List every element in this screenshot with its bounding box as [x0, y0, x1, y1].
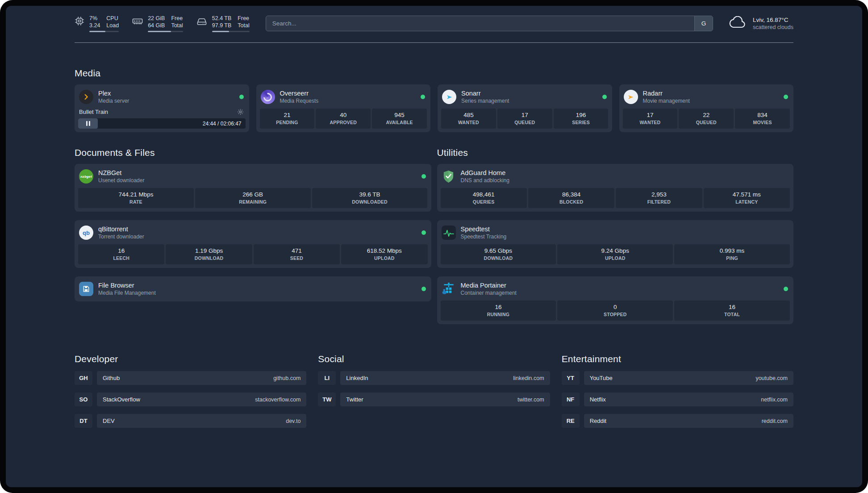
- section-documents: Documents & Files nzbget NZBGet Usenet d…: [75, 147, 431, 301]
- filebrowser-icon: [79, 282, 93, 296]
- plex-icon: [79, 90, 93, 104]
- portainer-name: Media Portainer: [461, 281, 517, 289]
- status-dot: [784, 95, 788, 99]
- stat-tile: 266 GB REMAINING: [195, 188, 311, 208]
- speedtest-card[interactable]: Speedtest Speedtest Tracking 9.65 Gbps D…: [437, 220, 794, 268]
- topbar: 7% 3.24 CPU Load 22 GiB: [75, 6, 793, 32]
- section-title-social: Social: [318, 354, 550, 364]
- qbittorrent-icon: qb: [79, 226, 93, 240]
- portainer-card[interactable]: Media Portainer Container management 16 …: [437, 276, 794, 324]
- speedtest-name: Speedtest: [461, 225, 507, 233]
- filebrowser-card[interactable]: File Browser Media File Management: [75, 276, 431, 301]
- sonarr-name: Sonarr: [461, 89, 509, 97]
- memory-free-label: Free: [171, 15, 183, 22]
- nzbget-card[interactable]: nzbget NZBGet Usenet downloader 744.21 M…: [75, 164, 431, 212]
- status-dot: [421, 174, 426, 179]
- bookmark-link[interactable]: DEV dev.to: [97, 414, 306, 428]
- sonarr-icon: [442, 90, 456, 104]
- bookmark-link[interactable]: Netflix netflix.com: [584, 393, 793, 406]
- search-input[interactable]: [266, 16, 694, 31]
- player-progress[interactable]: 24:44 / 02:06:47: [78, 118, 246, 129]
- bookmark-abbr: YT: [562, 371, 580, 385]
- section-title-utilities: Utilities: [437, 147, 794, 158]
- speedtest-waveform-icon: [442, 226, 456, 240]
- stat-tile: 618.52 Mbps UPLOAD: [341, 244, 427, 264]
- stat-tile: 16 TOTAL: [674, 301, 790, 321]
- search-bar: G: [266, 16, 713, 31]
- radarr-card[interactable]: Radarr Movie management 17 WANTED 22 QUE…: [619, 84, 794, 132]
- stat-tile: 834 MOVIES: [735, 109, 790, 129]
- disk-labels: Free Total: [238, 15, 249, 29]
- plex-card[interactable]: Plex Media server Bullet Train 24:44 / 0: [75, 84, 249, 132]
- weather-widget[interactable]: Lviv, 16.87°C scattered clouds: [728, 16, 793, 31]
- stat-tile: 47.571 ms LATENCY: [704, 188, 790, 208]
- pause-icon: [86, 121, 88, 126]
- memory-bar: [148, 31, 183, 32]
- bookmark-abbr: DT: [75, 414, 92, 428]
- disk-widget: 52.4 TB 97.9 TB Free Total: [196, 15, 250, 32]
- stat-tile: 86,384 BLOCKED: [528, 188, 614, 208]
- bookmark-twitter: TW Twitter twitter.com: [318, 393, 550, 406]
- cpu-load-label: Load: [106, 22, 119, 29]
- cpu-bar-fill: [89, 31, 105, 32]
- dashboard: 7% 3.24 CPU Load 22 GiB: [6, 6, 862, 487]
- nzbget-icon: nzbget: [79, 169, 93, 184]
- stat-tile: 945 AVAILABLE: [372, 109, 427, 129]
- bookmark-link[interactable]: LinkedIn linkedin.com: [340, 371, 550, 385]
- disk-total-label: Total: [238, 22, 249, 29]
- portainer-crane-icon: [442, 282, 456, 296]
- bookmark-linkedin: LI LinkedIn linkedin.com: [318, 371, 550, 385]
- pause-button[interactable]: [78, 118, 98, 129]
- plex-desc: Media server: [98, 98, 129, 104]
- sonarr-desc: Series management: [461, 98, 509, 104]
- stat-tile: 485 WANTED: [441, 109, 496, 129]
- search-provider-button[interactable]: G: [694, 16, 713, 31]
- stat-tile: 17 WANTED: [623, 109, 678, 129]
- cpu-bar: [89, 31, 119, 32]
- bookmark-abbr: LI: [318, 371, 336, 385]
- stat-tile: 21 PENDING: [260, 109, 315, 129]
- cpu-values: 7% 3.24: [89, 15, 100, 29]
- section-title-developer: Developer: [75, 354, 306, 364]
- bookmark-link[interactable]: Github github.com: [97, 371, 306, 385]
- bookmark-link[interactable]: YouTube youtube.com: [584, 371, 793, 385]
- disk-bar-fill: [212, 31, 230, 32]
- bookmark-link[interactable]: StackOverflow stackoverflow.com: [97, 393, 306, 406]
- overseerr-name: Overseerr: [280, 89, 319, 97]
- stat-tile: 16 LEECH: [78, 244, 164, 264]
- stat-tile: 22 QUEUED: [679, 109, 734, 129]
- cpu-icon: [75, 16, 84, 26]
- memory-bar-fill: [148, 31, 171, 32]
- gear-icon[interactable]: [237, 109, 244, 115]
- qbittorrent-card[interactable]: qb qBittorrent Torrent downloader 16 LEE…: [75, 220, 431, 268]
- bookmark-link[interactable]: Twitter twitter.com: [340, 393, 550, 406]
- plex-name: Plex: [98, 89, 129, 97]
- adguard-name: AdGuard Home: [461, 169, 509, 177]
- stat-tile: 16 RUNNING: [441, 301, 556, 321]
- qbittorrent-name: qBittorrent: [98, 225, 144, 233]
- adguard-card[interactable]: AdGuard Home DNS and adblocking 498,461 …: [437, 164, 794, 212]
- speedtest-desc: Speedtest Tracking: [461, 234, 507, 240]
- sonarr-card[interactable]: Sonarr Series management 485 WANTED 17 Q…: [438, 84, 612, 132]
- bookmark-link[interactable]: Reddit reddit.com: [584, 414, 793, 428]
- stat-tile: 471 SEED: [254, 244, 340, 264]
- bookmark-stackoverflow: SO StackOverflow stackoverflow.com: [75, 393, 306, 406]
- cpu-usage: 7%: [89, 15, 100, 22]
- radarr-desc: Movie management: [643, 98, 690, 104]
- overseerr-desc: Media Requests: [280, 98, 319, 104]
- disk-total: 97.9 TB: [212, 22, 232, 29]
- overseerr-card[interactable]: Overseerr Media Requests 21 PENDING 40 A…: [256, 84, 431, 132]
- filebrowser-name: File Browser: [98, 281, 156, 289]
- status-dot: [421, 95, 425, 99]
- bookmark-dev: DT DEV dev.to: [75, 414, 306, 428]
- bookmark-abbr: TW: [318, 393, 336, 406]
- memory-total-label: Total: [171, 22, 183, 29]
- disk-free-label: Free: [238, 15, 249, 22]
- disk-free: 52.4 TB: [212, 15, 232, 22]
- bookmark-abbr: NF: [562, 393, 580, 406]
- window-frame: 7% 3.24 CPU Load 22 GiB: [0, 0, 868, 493]
- memory-widget: 22 GiB 64 GiB Free Total: [132, 15, 183, 32]
- status-dot: [602, 95, 607, 99]
- bookmark-netflix: NF Netflix netflix.com: [562, 393, 793, 406]
- cpu-labels: CPU Load: [106, 15, 119, 29]
